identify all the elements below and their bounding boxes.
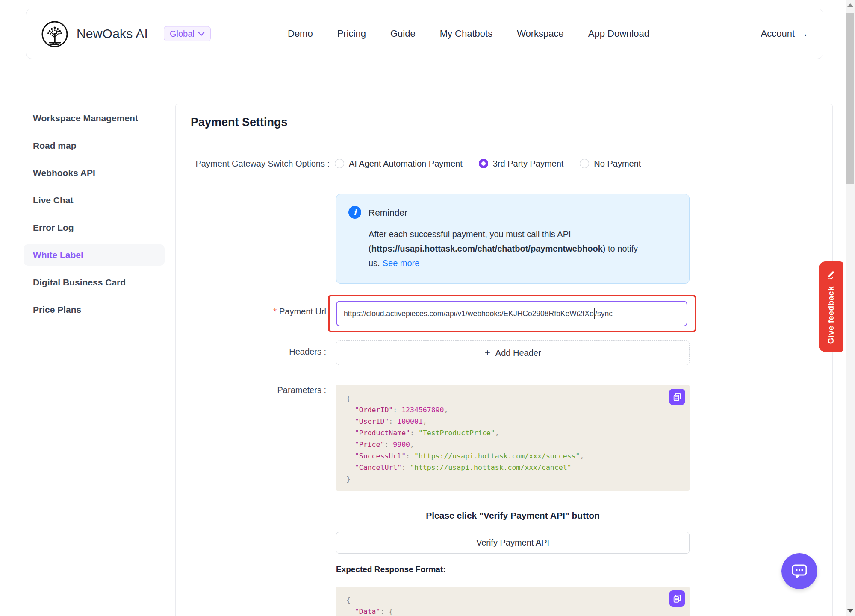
divider-line <box>613 516 690 516</box>
sidebar-item-road-map[interactable]: Road map <box>24 135 165 156</box>
sidebar-item-error-log[interactable]: Error Log <box>24 217 165 238</box>
payment-url-value-before-caret: https://cloud.activepieces.com/api/v1/we… <box>344 309 594 318</box>
info-icon: i <box>348 206 361 219</box>
copy-icon[interactable] <box>669 389 685 405</box>
sidebar-item-price-plans[interactable]: Price Plans <box>24 299 165 320</box>
radio-no-payment[interactable]: No Payment <box>580 159 641 169</box>
region-selector-label: Global <box>170 29 195 39</box>
radio-3rd-party-payment[interactable]: 3rd Party Payment <box>479 159 564 169</box>
reminder-title: Reminder <box>369 208 407 218</box>
page-scrollbar[interactable] <box>846 0 855 616</box>
sidebar-item-workspace-management[interactable]: Workspace Management <box>24 108 165 129</box>
live-chat-button[interactable] <box>781 553 817 589</box>
sidebar: Workspace Management Road map Webhooks A… <box>24 108 165 326</box>
region-selector[interactable]: Global <box>164 26 211 41</box>
text-caret <box>594 308 595 319</box>
payment-settings-panel: Payment Settings Payment Gateway Switch … <box>175 104 833 616</box>
verify-hint-text: Please click "Verify Payment API" button <box>412 510 613 521</box>
main-nav: Demo Pricing Guide My Chatbots Workspace… <box>288 9 649 59</box>
nav-app-download[interactable]: App Download <box>588 28 649 39</box>
sidebar-item-webhooks-api[interactable]: Webhooks API <box>24 162 165 184</box>
expected-response-code-block: { "Data": { "URL": "https://checkout.str… <box>336 587 690 616</box>
payment-url-label: *Payment Url <box>176 307 326 317</box>
parameters-code-block: { "OrderID": 1234567890, "UserID": 10000… <box>336 385 690 491</box>
reminder-alert: i Reminder After each successful payment… <box>336 194 690 284</box>
top-navbar: NewOaks AI Global Demo Pricing Guide My … <box>26 9 823 59</box>
scroll-up-arrow-icon[interactable] <box>847 3 853 7</box>
account-button[interactable]: Account → <box>761 28 809 39</box>
headers-label: Headers : <box>176 347 326 357</box>
payment-url-value-after-caret: /sync <box>595 309 613 318</box>
add-header-button[interactable]: + Add Header <box>336 340 690 365</box>
panel-header: Payment Settings <box>176 104 832 140</box>
sidebar-item-live-chat[interactable]: Live Chat <box>24 190 165 211</box>
reminder-body: After each successful payment, you must … <box>369 227 668 270</box>
payment-url-input[interactable]: https://cloud.activepieces.com/api/v1/we… <box>336 301 687 326</box>
nav-workspace[interactable]: Workspace <box>517 28 564 39</box>
sidebar-item-digital-business-card[interactable]: Digital Business Card <box>24 272 165 293</box>
give-feedback-label: Give feedback <box>826 286 836 344</box>
sidebar-item-white-label[interactable]: White Label <box>24 244 165 266</box>
give-feedback-tab[interactable]: Give feedback <box>819 261 843 352</box>
pencil-icon <box>825 268 837 280</box>
gateway-radio-group: AI Agent Automation Payment 3rd Party Pa… <box>335 159 657 169</box>
expected-response-label: Expected Response Format: <box>336 565 446 574</box>
required-asterisk: * <box>273 307 277 316</box>
gateway-switch-row: Payment Gateway Switch Options : AI Agen… <box>176 155 832 173</box>
gateway-switch-label: Payment Gateway Switch Options : <box>176 159 330 169</box>
arrow-right-icon: → <box>799 28 808 39</box>
nav-pricing[interactable]: Pricing <box>337 28 366 39</box>
parameters-json: { "OrderID": 1234567890, "UserID": 10000… <box>346 393 679 485</box>
verify-divider: Please click "Verify Payment API" button <box>336 509 690 522</box>
divider-line <box>336 516 412 516</box>
reminder-api-url: https://usapi.hottask.com/chat/chatbot/p… <box>371 244 603 253</box>
nav-guide[interactable]: Guide <box>390 28 416 39</box>
radio-circle-icon <box>580 159 589 168</box>
verify-payment-api-button[interactable]: Verify Payment API <box>336 532 690 554</box>
parameters-label: Parameters : <box>176 385 326 395</box>
plus-icon: + <box>484 348 490 358</box>
scrollbar-thumb[interactable] <box>846 13 854 184</box>
see-more-link[interactable]: See more <box>383 258 420 268</box>
brand-name: NewOaks AI <box>77 26 148 41</box>
account-label: Account <box>761 28 795 39</box>
radio-ai-agent-automation-payment[interactable]: AI Agent Automation Payment <box>335 159 463 169</box>
copy-icon[interactable] <box>669 590 685 607</box>
chevron-down-icon <box>198 32 205 36</box>
page-title: Payment Settings <box>191 116 817 129</box>
scroll-down-arrow-icon[interactable] <box>847 609 853 613</box>
brand-logo-icon <box>41 21 68 48</box>
expected-response-json: { "Data": { "URL": "https://checkout.str… <box>346 594 679 616</box>
chat-bubble-icon <box>790 561 809 581</box>
radio-circle-icon <box>479 159 488 168</box>
nav-my-chatbots[interactable]: My Chatbots <box>440 28 493 39</box>
radio-circle-icon <box>335 159 344 168</box>
nav-demo[interactable]: Demo <box>288 28 313 39</box>
